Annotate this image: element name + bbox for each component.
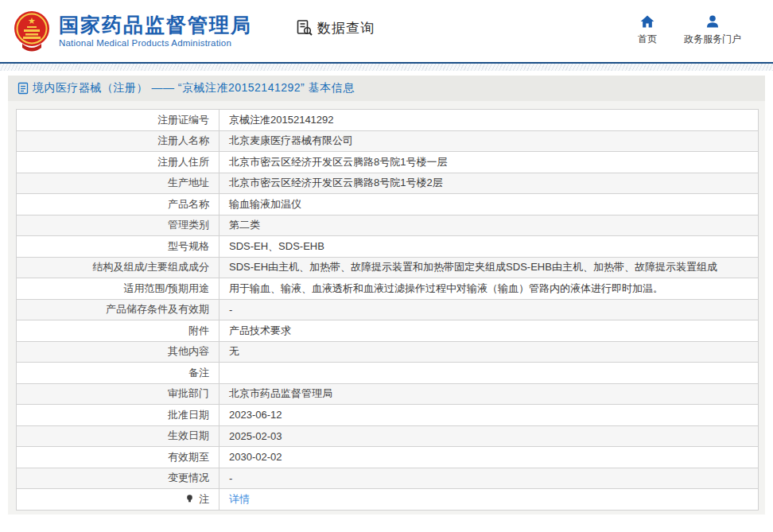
table-row: 批准日期 2023-06-12 (17, 405, 759, 426)
detail-link[interactable]: 详情 (229, 493, 250, 505)
page: ★ 国家药品监督管理局 National Medical Products Ad… (0, 0, 773, 532)
table-row: 注册人名称 北京麦康医疗器械有限公司 (17, 130, 759, 152)
row-value: 2030-02-02 (229, 451, 282, 463)
nav-data-query[interactable]: 数据查询 (296, 19, 375, 37)
row-value-cell: 详情 (219, 489, 759, 511)
document-icon (17, 82, 29, 95)
nav-home[interactable]: 首页 (638, 14, 657, 46)
table-row: 产品名称 输血输液加温仪 (17, 194, 759, 216)
row-value: 产品技术要求 (229, 324, 291, 336)
row-value: 输血输液加温仪 (229, 198, 301, 210)
row-label: 审批部门 (168, 387, 209, 399)
row-label: 产品名称 (168, 198, 209, 210)
row-label-cell: 备注 (17, 363, 219, 384)
row-value: 2023-06-12 (229, 409, 282, 421)
row-label-cell: 批准日期 (17, 405, 219, 426)
row-value-cell: 北京市密云区经济开发区云腾路8号院1号楼2层 (219, 173, 759, 194)
row-value: 2025-02-03 (229, 430, 282, 442)
brand-title: 国家药品监督管理局 (59, 14, 252, 37)
row-value-cell (219, 363, 759, 384)
table-row: 审批部门 北京市药品监督管理局 (17, 383, 759, 405)
row-value-cell: 无 (219, 341, 759, 363)
table-row: 注册证编号 京械注准20152141292 (17, 110, 759, 131)
row-value-cell: 产品技术要求 (219, 320, 759, 342)
row-label-cell: 管理类别 (17, 215, 219, 236)
user-icon (705, 14, 721, 29)
row-value: 北京市药品监督管理局 (229, 387, 332, 399)
site-header: ★ 国家药品监督管理局 National Medical Products Ad… (0, 0, 773, 62)
row-value-cell: 京械注准20152141292 (219, 110, 759, 131)
row-value: 北京市密云区经济开发区云腾路8号院1号楼一层 (229, 156, 447, 168)
row-label-cell: 适用范围/预期用途 (17, 278, 219, 300)
row-label: 生效日期 (168, 429, 209, 441)
row-value: - (229, 472, 232, 484)
brand-text: 国家药品监督管理局 National Medical Products Admi… (59, 14, 252, 49)
row-label: 批准日期 (168, 409, 209, 421)
row-label: 备注 (188, 367, 209, 379)
row-label-cell: 结构及组成/主要组成成分 (17, 257, 219, 278)
table-row: 产品储存条件及有效期 - (17, 299, 759, 320)
row-value: 北京市密云区经济开发区云腾路8号院1号楼2层 (229, 177, 443, 188)
brand-subtitle: National Medical Products Administration (59, 38, 252, 48)
row-value: SDS-EH由主机、加热带、故障提示装置和加热带固定夹组成SDS-EHB由主机、… (229, 261, 717, 273)
nav-portal[interactable]: 政务服务门户 (684, 14, 741, 46)
note-lightbulb-icon (185, 494, 194, 503)
row-label: 其他内容 (168, 345, 209, 357)
row-label-cell: 产品名称 (17, 194, 219, 216)
row-label: 适用范围/预期用途 (123, 282, 209, 294)
row-value-cell: 用于输血、输液、血液透析和血液过滤操作过程中对输液（输血）管路内的液体进行即时加… (219, 278, 759, 300)
row-label: 附件 (188, 324, 209, 336)
national-emblem-icon: ★ (13, 10, 51, 52)
row-label: 注 (199, 493, 209, 505)
row-value-cell: 北京市密云区经济开发区云腾路8号院1号楼一层 (219, 152, 759, 173)
row-value-cell: SDS-EH、SDS-EHB (219, 236, 759, 258)
row-label-cell: 审批部门 (17, 383, 219, 405)
row-value-cell: 北京市药品监督管理局 (219, 383, 759, 405)
table-row: 生产地址 北京市密云区经济开发区云腾路8号院1号楼2层 (17, 173, 759, 194)
row-value: 北京麦康医疗器械有限公司 (229, 134, 353, 146)
brand-logo-block[interactable]: ★ 国家药品监督管理局 National Medical Products Ad… (13, 10, 252, 52)
data-query-icon (296, 19, 313, 37)
row-value-cell: 2025-02-03 (219, 425, 759, 447)
row-value-cell: SDS-EH由主机、加热带、故障提示装置和加热带固定夹组成SDS-EHB由主机、… (219, 257, 759, 278)
row-value-cell: 输血输液加温仪 (219, 194, 759, 216)
row-label: 注册人名称 (157, 134, 209, 146)
page-title-bar: 境内医疗器械（注册） —— “京械注准20152141292” 基本信息 (8, 76, 765, 101)
table-row: 管理类别 第二类 (17, 215, 759, 236)
table-row: 型号规格 SDS-EH、SDS-EHB (17, 236, 759, 258)
info-table: 注册证编号 京械注准20152141292 注册人名称 北京麦康医疗器械有限公司… (16, 109, 759, 511)
home-icon (639, 14, 655, 29)
content-container: 境内医疗器械（注册） —— “京械注准20152141292” 基本信息 注册证… (8, 76, 765, 515)
table-row: 注册人住所 北京市密云区经济开发区云腾路8号院1号楼一层 (17, 152, 759, 173)
row-label: 注册人住所 (157, 156, 209, 168)
row-label-cell: 变更情况 (17, 468, 219, 489)
row-value: - (229, 304, 232, 316)
table-row: 变更情况 - (17, 468, 759, 489)
row-label: 管理类别 (168, 219, 209, 231)
nav-data-query-label: 数据查询 (317, 19, 375, 37)
header-right-nav: 首页 政务服务门户 (638, 14, 741, 46)
row-label-cell: 附件 (17, 320, 219, 342)
row-label-cell: 生产地址 (17, 173, 219, 194)
row-label: 结构及组成/主要组成成分 (92, 261, 209, 273)
row-value: 用于输血、输液、血液透析和血液过滤操作过程中对输液（输血）管路内的液体进行即时加… (229, 282, 663, 294)
row-value-cell: 2023-06-12 (219, 405, 759, 426)
row-value-cell: 北京麦康医疗器械有限公司 (219, 130, 759, 152)
table-row: 有效期至 2030-02-02 (17, 447, 759, 468)
row-value: 第二类 (229, 219, 260, 231)
row-label-cell: 注 (17, 489, 219, 511)
page-title: 境内医疗器械（注册） —— “京械注准20152141292” 基本信息 (33, 81, 355, 95)
table-row: 结构及组成/主要组成成分 SDS-EH由主机、加热带、故障提示装置和加热带固定夹… (17, 257, 759, 278)
row-label-cell: 型号规格 (17, 236, 219, 258)
svg-text:★: ★ (28, 16, 36, 25)
header-hatch-band (0, 64, 773, 71)
row-value: 无 (229, 345, 239, 357)
nav-portal-label: 政务服务门户 (684, 33, 741, 46)
row-label: 有效期至 (168, 451, 209, 463)
row-value-cell: - (219, 299, 759, 320)
row-value: SDS-EH、SDS-EHB (229, 240, 324, 252)
row-label: 生产地址 (168, 177, 209, 188)
table-row: 附件 产品技术要求 (17, 320, 759, 342)
table-row: 备注 (17, 363, 759, 384)
row-label-cell: 其他内容 (17, 341, 219, 363)
